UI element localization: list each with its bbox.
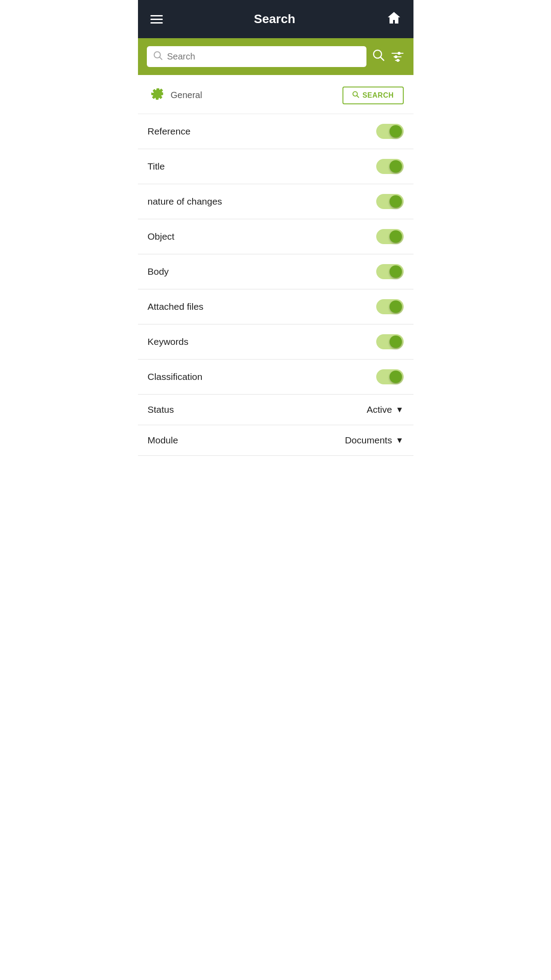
- svg-point-9: [397, 59, 399, 61]
- search-bar-area: [138, 38, 413, 75]
- search-submit-button[interactable]: [372, 48, 385, 65]
- toggle-row-keywords: Keywords: [138, 324, 413, 360]
- toggle-label-keywords: Keywords: [148, 336, 189, 347]
- toggle-switch-attached-files[interactable]: [376, 299, 404, 314]
- toggle-switch-nature-of-changes[interactable]: [376, 194, 404, 209]
- dropdown-selected-status: Active: [366, 404, 392, 415]
- app-header: Search: [138, 0, 413, 38]
- toggle-row-body: Body: [138, 254, 413, 289]
- svg-point-7: [398, 52, 400, 54]
- toggle-slider-reference: [376, 124, 404, 139]
- toggle-row-attached-files: Attached files: [138, 289, 413, 324]
- svg-line-3: [380, 57, 384, 61]
- toggle-list: Reference Title nature of changes Object: [138, 114, 413, 395]
- dropdown-arrow-module: ▼: [396, 436, 404, 445]
- toggle-row-object: Object: [138, 219, 413, 254]
- toggle-switch-object[interactable]: [376, 229, 404, 244]
- dropdown-label-status: Status: [148, 404, 174, 415]
- toggle-slider-attached-files: [376, 299, 404, 314]
- toggle-label-classification: Classification: [148, 371, 203, 382]
- filter-button[interactable]: [390, 50, 405, 64]
- dropdown-row-status: Status Active ▼: [138, 395, 413, 425]
- toggle-row-reference: Reference: [138, 114, 413, 149]
- general-left: General: [148, 85, 202, 106]
- svg-line-11: [357, 95, 358, 97]
- toggle-switch-title[interactable]: [376, 159, 404, 174]
- toggle-label-reference: Reference: [148, 126, 191, 137]
- toggle-slider-object: [376, 229, 404, 244]
- dropdown-value-status[interactable]: Active ▼: [366, 404, 403, 415]
- toggle-label-title: Title: [148, 161, 165, 172]
- search-button-icon: [352, 91, 359, 100]
- general-section-header: General SEARCH: [138, 75, 413, 114]
- toggle-row-classification: Classification: [138, 360, 413, 395]
- dropdown-label-module: Module: [148, 435, 178, 446]
- toggle-switch-keywords[interactable]: [376, 334, 404, 349]
- general-search-button[interactable]: SEARCH: [342, 87, 404, 104]
- search-input-wrapper: [147, 46, 366, 67]
- toggle-label-attached-files: Attached files: [148, 301, 204, 312]
- toggle-switch-reference[interactable]: [376, 124, 404, 139]
- dropdown-selected-module: Documents: [345, 435, 392, 446]
- toggle-label-nature-of-changes: nature of changes: [148, 196, 222, 207]
- toggle-switch-body[interactable]: [376, 264, 404, 279]
- toggle-slider-body: [376, 264, 404, 279]
- toggle-label-body: Body: [148, 266, 169, 277]
- search-input-icon: [153, 51, 163, 63]
- dropdown-row-module: Module Documents ▼: [138, 425, 413, 456]
- svg-line-1: [159, 57, 162, 60]
- page-title: Search: [254, 12, 295, 26]
- toggle-slider-keywords: [376, 334, 404, 349]
- home-button[interactable]: [387, 11, 401, 28]
- toggle-switch-classification[interactable]: [376, 369, 404, 384]
- hamburger-menu-button[interactable]: [150, 15, 163, 24]
- toggle-row-nature-of-changes: nature of changes: [138, 184, 413, 219]
- dropdown-arrow-status: ▼: [396, 405, 404, 415]
- gear-icon: [148, 85, 165, 106]
- toggle-slider-nature-of-changes: [376, 194, 404, 209]
- toggle-label-object: Object: [148, 231, 175, 242]
- search-input[interactable]: [167, 51, 360, 62]
- toggle-row-title: Title: [138, 149, 413, 184]
- toggle-slider-title: [376, 159, 404, 174]
- dropdown-list: Status Active ▼ Module Documents ▼: [138, 395, 413, 456]
- dropdown-value-module[interactable]: Documents ▼: [345, 435, 403, 446]
- svg-point-8: [394, 55, 397, 58]
- general-label: General: [171, 90, 202, 100]
- toggle-slider-classification: [376, 369, 404, 384]
